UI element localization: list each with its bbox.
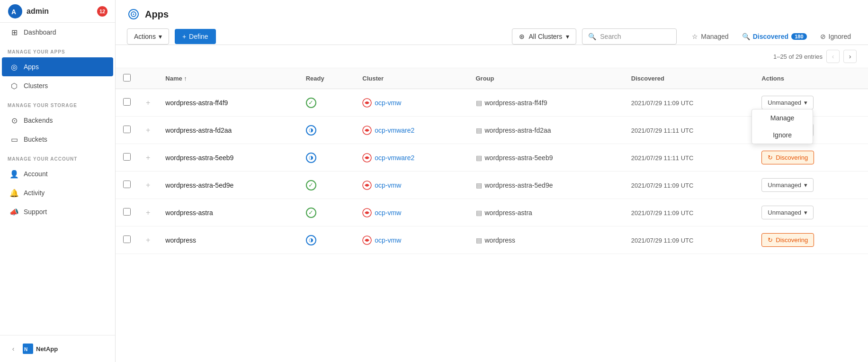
sidebar-item-buckets[interactable]: ▭ Buckets — [2, 130, 113, 149]
unmanaged-chevron-icon: ▾ — [804, 209, 807, 216]
cluster-link[interactable]: ocp-vmw — [362, 208, 460, 217]
cluster-logo-icon — [362, 126, 372, 135]
pagination-next-button[interactable]: › — [843, 50, 857, 63]
row-checkbox[interactable] — [123, 235, 131, 243]
group-icon: ▤ — [476, 236, 482, 244]
app-name: wordpress-astra-5eeb9 — [165, 154, 233, 162]
discovering-button[interactable]: ↻ Discovering — [761, 233, 814, 247]
row-checkbox[interactable] — [123, 181, 131, 188]
col-name: Name ↑ — [158, 68, 298, 89]
expand-button[interactable]: + — [146, 99, 150, 107]
tab-discovered[interactable]: 🔍 Discovered 180 — [736, 29, 813, 44]
star-icon: ☆ — [692, 33, 698, 40]
discovered-timestamp: 2021/07/29 11:11 UTC — [631, 127, 694, 134]
filter-tabs: ☆ Managed 🔍 Discovered 180 ⊘ Ignored — [686, 29, 857, 44]
table-row: +wordpress-astra-5eeb9◑ ocp-vmware2 ▤ wo… — [116, 144, 868, 172]
search-placeholder: Search — [600, 33, 621, 40]
expand-button[interactable]: + — [146, 181, 150, 189]
sidebar-item-label: Support — [24, 208, 47, 216]
row-checkbox[interactable] — [123, 98, 131, 106]
table-container: 1–25 of 29 entries ‹ › Name ↑ Ready Clus… — [116, 45, 868, 362]
backends-icon: ⊙ — [9, 116, 19, 125]
unmanaged-button[interactable]: Unmanaged ▾ — [761, 206, 814, 219]
actions-cell: Unmanaged ▾ Manage Ignore — [754, 89, 868, 117]
group-cell: ▤ wordpress-astra-fd2aa — [476, 127, 616, 134]
dropdown-item-manage[interactable]: Manage — [752, 109, 813, 127]
app-logo: A — [8, 4, 23, 19]
row-checkbox[interactable] — [123, 208, 131, 216]
cluster-chevron-icon: ▾ — [566, 33, 569, 40]
cluster-link[interactable]: ocp-vmw — [362, 98, 460, 108]
group-icon: ▤ — [476, 209, 482, 217]
discovered-timestamp: 2021/07/29 11:09 UTC — [631, 209, 694, 217]
actions-cell: Unmanaged ▾ — [754, 172, 868, 199]
netapp-logo-icon: N — [23, 344, 33, 354]
discovered-timestamp: 2021/07/29 11:11 UTC — [631, 154, 694, 162]
row-checkbox[interactable] — [123, 126, 131, 133]
notification-badge[interactable]: 12 — [97, 6, 107, 17]
group-cell: ▤ wordpress-astra — [476, 209, 616, 217]
group-icon: ▤ — [476, 154, 482, 162]
expand-button[interactable]: + — [146, 126, 150, 134]
cluster-link[interactable]: ocp-vmw — [362, 235, 460, 245]
page-title: Apps — [145, 9, 169, 20]
sidebar-item-clusters[interactable]: ⬡ Clusters — [2, 76, 113, 95]
ready-loading-icon: ◑ — [306, 125, 316, 136]
pagination-text: 1–25 of 29 entries — [773, 53, 823, 60]
cluster-link[interactable]: ocp-vmware2 — [362, 153, 460, 163]
sidebar-item-backends[interactable]: ⊙ Backends — [2, 111, 113, 130]
tab-discovered-label: Discovered — [753, 33, 788, 40]
sidebar-item-label: Account — [24, 170, 48, 178]
unmanaged-button[interactable]: Unmanaged ▾ Manage Ignore — [761, 96, 814, 109]
row-checkbox[interactable] — [123, 153, 131, 161]
cluster-filter[interactable]: ⊛ All Clusters ▾ — [512, 28, 576, 45]
sidebar-section-manage-apps: Manage Your Apps — [0, 42, 115, 57]
sidebar-item-apps[interactable]: ◎ Apps — [2, 57, 113, 76]
define-button[interactable]: + Define — [175, 29, 216, 44]
app-name: wordpress — [165, 236, 196, 244]
pagination-prev-button[interactable]: ‹ — [826, 50, 840, 63]
group-icon: ▤ — [476, 127, 482, 134]
expand-button[interactable]: + — [146, 154, 150, 162]
apps-page-icon — [128, 9, 139, 20]
discovered-timestamp: 2021/07/29 11:09 UTC — [631, 237, 694, 244]
search-box[interactable]: 🔍 Search — [582, 28, 677, 45]
ready-ok-icon: ✓ — [306, 98, 316, 108]
col-actions: Actions — [754, 68, 868, 89]
select-all-checkbox[interactable] — [123, 74, 131, 81]
sidebar-item-dashboard[interactable]: ⊞ Dashboard — [2, 23, 113, 42]
search-icon: 🔍 — [588, 33, 596, 40]
discovering-button[interactable]: ↻ Discovering — [761, 151, 814, 164]
sidebar-item-support[interactable]: 📣 Support — [2, 202, 113, 221]
actions-button[interactable]: Actions ▾ — [127, 28, 169, 45]
cluster-link[interactable]: ocp-vmw — [362, 181, 460, 190]
discovered-count-badge: 180 — [791, 33, 806, 40]
expand-button[interactable]: + — [146, 208, 150, 217]
cluster-logo-icon — [362, 98, 372, 108]
unmanaged-chevron-icon: ▾ — [804, 181, 807, 189]
sidebar-item-activity[interactable]: 🔔 Activity — [2, 183, 113, 202]
dropdown-item-ignore[interactable]: Ignore — [752, 127, 813, 144]
table-row: +wordpress-astra-5ed9e✓ ocp-vmw ▤ wordpr… — [116, 172, 868, 199]
cluster-icon: ⊛ — [519, 33, 525, 40]
sidebar-collapse-button[interactable]: ‹ — [8, 343, 19, 354]
tab-ignored[interactable]: ⊘ Ignored — [814, 29, 857, 44]
tab-managed[interactable]: ☆ Managed — [686, 29, 734, 44]
expand-button[interactable]: + — [146, 236, 150, 244]
cluster-logo-icon — [362, 208, 372, 217]
cluster-link[interactable]: ocp-vmware2 — [362, 126, 460, 135]
main-content: Apps Actions ▾ + Define ⊛ All Clusters ▾… — [116, 0, 868, 362]
group-cell: ▤ wordpress-astra-ff4f9 — [476, 99, 616, 107]
unmanaged-chevron-icon: ▾ — [804, 99, 807, 106]
unmanaged-button[interactable]: Unmanaged ▾ — [761, 178, 814, 192]
col-checkbox — [116, 68, 138, 89]
page-title-row: Apps — [127, 8, 857, 21]
actions-dropdown-menu: Manage Ignore — [752, 109, 813, 144]
discovered-timestamp: 2021/07/29 11:09 UTC — [631, 100, 694, 107]
page-header: Apps Actions ▾ + Define ⊛ All Clusters ▾… — [116, 0, 868, 45]
toolbar: Actions ▾ + Define ⊛ All Clusters ▾ 🔍 Se… — [127, 28, 857, 45]
sidebar-footer: ‹ N NetApp — [0, 335, 115, 362]
sidebar-item-account[interactable]: 👤 Account — [2, 164, 113, 183]
app-name: wordpress-astra-fd2aa — [165, 127, 232, 134]
dashboard-icon: ⊞ — [9, 27, 19, 37]
